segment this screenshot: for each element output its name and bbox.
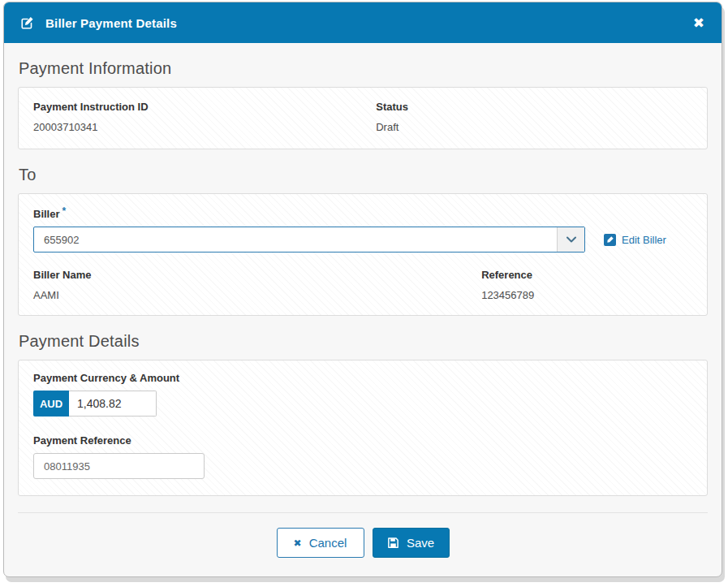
currency-amount-label: Payment Currency & Amount [33,372,692,384]
currency-badge: AUD [33,391,69,417]
status-value: Draft [376,121,692,133]
biller-name-field: Biller Name AAMI [33,269,481,301]
amount-input[interactable] [69,391,157,417]
edit-biller-label: Edit Biller [622,234,666,246]
payment-information-heading: Payment Information [19,59,708,78]
biller-label: Biller* [33,205,692,220]
edit-biller-pencil-icon [604,234,616,246]
biller-name-label: Biller Name [33,269,481,281]
save-button[interactable]: Save [373,528,450,558]
payment-instruction-id-field: Payment Instruction ID 20003710341 [33,101,376,133]
payment-instruction-id-value: 20003710341 [33,121,376,133]
to-heading: To [19,166,708,184]
reference-field: Reference 123456789 [481,269,692,301]
biller-payment-details-modal: Biller Payment Details ✖ Payment Informa… [3,2,722,577]
biller-details-row: Biller Name AAMI Reference 123456789 [33,269,692,301]
payment-reference-label: Payment Reference [33,434,692,447]
cancel-button-label: Cancel [309,536,347,550]
currency-amount-group: AUD [33,391,692,417]
reference-value: 123456789 [481,289,692,301]
cancel-x-icon: ✖ [294,537,302,549]
cancel-button[interactable]: ✖ Cancel [277,528,364,558]
to-panel: Biller* 655902 Edit Biller [18,193,708,316]
close-icon[interactable]: ✖ [693,16,704,30]
payment-reference-input[interactable] [33,453,205,479]
chevron-down-icon[interactable] [557,227,584,252]
reference-label: Reference [481,269,692,281]
biller-select-value: 655902 [34,227,557,252]
edit-pencil-square-icon [20,15,35,30]
edit-biller-link[interactable]: Edit Biller [604,234,666,246]
status-label: Status [376,101,692,113]
save-button-label: Save [407,536,434,550]
payment-information-panel: Payment Instruction ID 20003710341 Statu… [18,87,708,149]
biller-label-text: Biller [33,208,60,220]
required-marker: * [62,205,67,217]
payment-details-heading: Payment Details [19,332,708,351]
modal-title: Biller Payment Details [45,16,177,30]
modal-footer: ✖ Cancel Save [18,512,708,571]
modal-header: Biller Payment Details ✖ [4,2,722,43]
status-field: Status Draft [376,101,692,133]
biller-select-row: 655902 Edit Biller [33,227,692,252]
save-floppy-icon [387,537,399,549]
payment-details-panel: Payment Currency & Amount AUD Payment Re… [18,360,708,496]
modal-body: Payment Information Payment Instruction … [4,43,722,576]
biller-name-value: AAMI [33,289,481,301]
biller-select[interactable]: 655902 [33,227,585,252]
payment-instruction-id-label: Payment Instruction ID [33,101,376,113]
